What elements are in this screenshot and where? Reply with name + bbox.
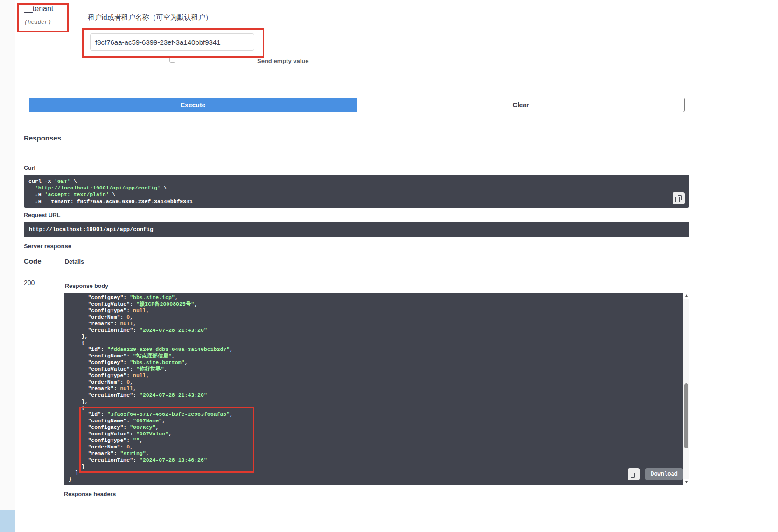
- execute-button[interactable]: Execute: [29, 98, 357, 112]
- code-column-header: Code: [24, 257, 42, 265]
- clipboard-icon: [675, 195, 682, 202]
- copy-to-clipboard-icon[interactable]: [628, 468, 640, 480]
- status-code: 200: [24, 279, 35, 287]
- response-headers-label: Response headers: [64, 491, 116, 497]
- annotation-box-parameter-name: [17, 3, 69, 32]
- code-line: }: [69, 476, 685, 483]
- swagger-operation-page: __tenant (header) 租户id或者租户名称（可空为默认租户） Se…: [0, 0, 778, 532]
- clipboard-icon: [631, 471, 637, 478]
- code-line: },: [69, 333, 685, 340]
- code-line: "configType": null,: [69, 308, 685, 314]
- table-header-divider: [24, 274, 689, 274]
- curl-command-block: curl -X 'GET' \ 'http://localhost:19001/…: [24, 175, 689, 208]
- send-empty-value-label: Send empty value: [257, 57, 309, 64]
- code-line: "configKey": "bbs.site.icp",: [69, 294, 685, 301]
- server-response-label: Server response: [24, 243, 71, 250]
- response-body-label: Response body: [65, 283, 108, 289]
- page-left-margin: [0, 0, 15, 532]
- annotation-box-tenant-input: [82, 28, 264, 58]
- page-corner-artifact: [0, 510, 15, 532]
- code-line: -H 'accept: text/plain' \: [28, 191, 685, 198]
- responses-divider: [15, 151, 700, 151]
- code-line: "configKey": "bbs.site.bottom",: [69, 359, 685, 366]
- request-url-block: http://localhost:19001/api/app/config: [24, 222, 689, 237]
- copy-to-clipboard-icon[interactable]: [673, 192, 685, 204]
- responses-title: Responses: [24, 134, 61, 142]
- code-line: "remark": null,: [69, 321, 685, 327]
- scrollbar-down-arrow-icon[interactable]: [683, 479, 689, 485]
- annotation-box-json-object: [79, 407, 254, 473]
- curl-command-text: curl -X 'GET' \ 'http://localhost:19001/…: [24, 175, 689, 209]
- request-url-label: Request URL: [24, 212, 60, 218]
- code-line: "configValue": "赣ICP备20008025号",: [69, 301, 685, 308]
- code-line: "remark": null,: [69, 385, 685, 392]
- code-line: 'http://localhost:19001/api/app/config' …: [28, 185, 685, 191]
- code-line: },: [69, 399, 685, 405]
- details-column-header: Details: [65, 259, 84, 265]
- code-line: "orderNum": 0,: [69, 379, 685, 385]
- code-line: "creationTime": "2024-07-28 21:43:20": [69, 392, 685, 399]
- section-divider: [15, 126, 700, 126]
- code-line: "orderNum": 0,: [69, 314, 685, 321]
- parameter-description: 租户id或者租户名称（可空为默认租户）: [88, 13, 212, 22]
- code-line: "configName": "站点底部信息",: [69, 353, 685, 359]
- clear-button[interactable]: Clear: [357, 98, 685, 112]
- code-line: "configType": null,: [69, 372, 685, 379]
- code-line: -H __tenant: f8cf76aa-ac59-6399-23ef-3a1…: [28, 198, 685, 205]
- code-line: curl -X 'GET' \: [28, 178, 685, 185]
- scrollbar-up-arrow-icon[interactable]: [683, 293, 689, 299]
- code-line: {: [69, 340, 685, 346]
- code-line: "id": "fddae229-a2e9-ddb3-648a-3a140bc1b…: [69, 346, 685, 353]
- curl-label: Curl: [24, 165, 35, 171]
- request-url-value: http://localhost:19001/api/app/config: [29, 226, 153, 233]
- scrollbar-thumb[interactable]: [684, 383, 688, 448]
- code-line: "creationTime": "2024-07-28 21:43:20": [69, 327, 685, 334]
- code-line: "configValue": "你好世界",: [69, 366, 685, 372]
- response-body-scrollbar[interactable]: [683, 293, 689, 485]
- download-button[interactable]: Download: [645, 468, 683, 480]
